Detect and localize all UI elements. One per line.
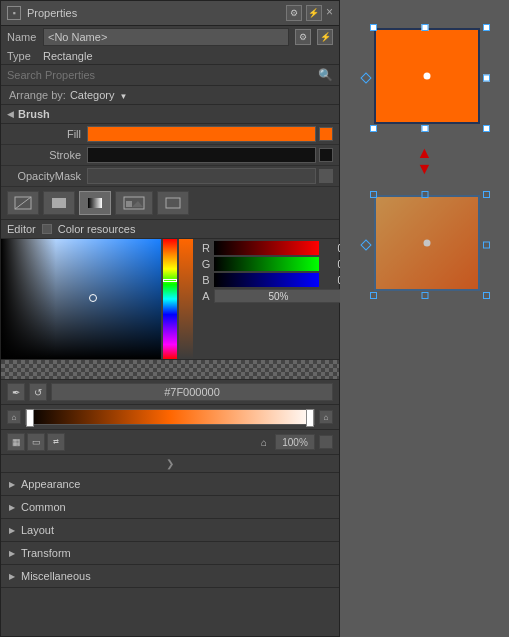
handle2-bl[interactable] (370, 292, 377, 299)
image-brush-btn[interactable] (115, 191, 153, 215)
miscellaneous-arrow: ▶ (9, 572, 15, 581)
appearance-header[interactable]: ▶ Appearance (1, 473, 339, 495)
arrow-up-icon: ▲ (417, 145, 433, 161)
handle-rm[interactable] (483, 74, 490, 81)
orange-box-top[interactable] (374, 28, 480, 124)
opacity-color-swatch[interactable] (319, 169, 333, 183)
common-section: ▶ Common (1, 496, 339, 519)
stroke-label: Stroke (7, 149, 87, 161)
brush-section-header[interactable]: ◀ Brush (1, 105, 339, 124)
r-bar-bg[interactable] (214, 241, 319, 255)
solid-brush-btn[interactable] (43, 191, 75, 215)
handle-bl[interactable] (370, 125, 377, 132)
layout-header[interactable]: ▶ Layout (1, 519, 339, 541)
miscellaneous-label: Miscellaneous (21, 570, 91, 582)
gradient-handle-left[interactable] (26, 409, 34, 427)
handle2-tr[interactable] (483, 191, 490, 198)
stroke-color-swatch[interactable] (319, 148, 333, 162)
gradient-strip-row: ⌂ ⌂ (1, 404, 339, 430)
settings-button[interactable]: ⚙ (286, 5, 302, 21)
name-label: Name (7, 31, 37, 43)
miscellaneous-section: ▶ Miscellaneous (1, 565, 339, 588)
b-bar-bg[interactable] (214, 273, 319, 287)
arrange-dropdown[interactable]: Category ▼ (70, 89, 128, 101)
handle-tm[interactable] (421, 24, 428, 31)
chevron-icon[interactable]: ❯ (166, 458, 174, 469)
stroke-bar[interactable] (87, 147, 316, 163)
handle2-rm[interactable] (483, 241, 490, 248)
zoom-btn-2[interactable]: ▭ (27, 433, 45, 451)
close-button[interactable]: × (326, 5, 333, 21)
arrow-indicator: ▲ ▼ (417, 145, 433, 177)
panel-actions: ⚙ ⚡ × (286, 5, 333, 21)
g-row: G (200, 257, 343, 271)
color-cursor (89, 294, 97, 302)
color-picker-area[interactable] (1, 239, 196, 359)
b-label: B (200, 274, 212, 286)
name-row: Name ⚙ ⚡ (1, 26, 339, 48)
search-input[interactable] (7, 69, 318, 81)
zoom-home-icon[interactable]: ⌂ (257, 435, 271, 449)
lightning-button[interactable]: ⚡ (306, 5, 322, 21)
handle-br[interactable] (483, 125, 490, 132)
handle-tl[interactable] (370, 24, 377, 31)
zoom-btn-1[interactable]: ▦ (7, 433, 25, 451)
handle2-br[interactable] (483, 292, 490, 299)
swap-button[interactable]: ↺ (29, 383, 47, 401)
common-header[interactable]: ▶ Common (1, 496, 339, 518)
g-bar-fill (214, 257, 319, 271)
titlebar-left: ▪ Properties (7, 6, 77, 20)
appearance-label: Appearance (21, 478, 80, 490)
r-bar-fill (214, 241, 319, 255)
gradient-handle-right[interactable] (306, 409, 314, 427)
fill-bar[interactable] (87, 126, 316, 142)
a-value[interactable] (214, 289, 343, 303)
r-label: R (200, 242, 212, 254)
b-bar-fill (214, 273, 319, 287)
orange-box-bottom[interactable] (374, 195, 480, 291)
hue-bar[interactable] (163, 239, 177, 359)
zoom-square[interactable] (319, 435, 333, 449)
layout-section: ▶ Layout (1, 519, 339, 542)
transform-header[interactable]: ▶ Transform (1, 542, 339, 564)
editor-label: Editor (7, 223, 36, 235)
panel-icon: ▪ (7, 6, 21, 20)
handle-bm[interactable] (421, 125, 428, 132)
gradient-brush-btn[interactable] (79, 191, 111, 215)
fill-color-swatch[interactable] (319, 127, 333, 141)
no-brush-btn[interactable] (7, 191, 39, 215)
opacity-bar[interactable] (87, 168, 316, 184)
layout-arrow: ▶ (9, 526, 15, 535)
name-lightning-btn[interactable]: ⚡ (317, 29, 333, 45)
brush-section-arrow: ◀ (7, 109, 14, 119)
empty-brush-btn[interactable] (157, 191, 189, 215)
svg-line-1 (15, 197, 31, 209)
gradient-strip[interactable] (25, 409, 315, 425)
transform-label: Transform (21, 547, 71, 559)
editor-body: R G B (1, 239, 339, 359)
dark-left (1, 239, 56, 359)
zoom-input[interactable] (275, 434, 315, 450)
name-input[interactable] (43, 28, 289, 46)
editor-dot[interactable] (42, 224, 52, 234)
alpha-bar[interactable] (179, 239, 193, 359)
checkerboard-strip (1, 359, 339, 379)
search-bar: 🔍 (1, 64, 339, 86)
center-dot-bottom (423, 240, 430, 247)
chevron-row: ❯ (1, 455, 339, 473)
handle-tr[interactable] (483, 24, 490, 31)
handle2-tm[interactable] (421, 191, 428, 198)
diamond-handle-left (360, 72, 371, 83)
fill-row: Fill (1, 124, 339, 145)
appearance-arrow: ▶ (9, 480, 15, 489)
miscellaneous-header[interactable]: ▶ Miscellaneous (1, 565, 339, 587)
g-bar-bg[interactable] (214, 257, 319, 271)
arrow-down-icon: ▼ (417, 161, 433, 177)
name-settings-btn[interactable]: ⚙ (295, 29, 311, 45)
eyedropper-button[interactable]: ✒ (7, 383, 25, 401)
zoom-btn-3[interactable]: ⇄ (47, 433, 65, 451)
handle2-bm[interactable] (421, 292, 428, 299)
hex-input[interactable] (51, 383, 333, 401)
hex-row: ✒ ↺ (1, 379, 339, 404)
handle2-tl[interactable] (370, 191, 377, 198)
